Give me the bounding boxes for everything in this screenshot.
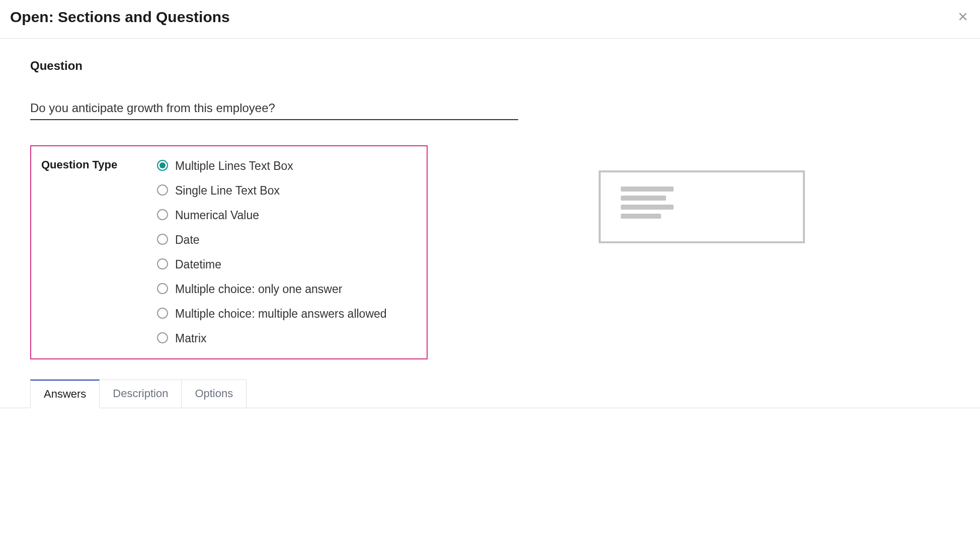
question-type-preview [599, 170, 805, 243]
radio-multiple-choice-multiple[interactable]: Multiple choice: multiple answers allowe… [157, 306, 387, 322]
question-type-label: Question Type [41, 158, 142, 346]
radio-icon [157, 160, 168, 171]
radio-label: Matrix [175, 331, 207, 346]
radio-icon [157, 258, 168, 269]
close-icon[interactable] [956, 8, 970, 26]
tab-options[interactable]: Options [182, 380, 247, 408]
radio-numerical-value[interactable]: Numerical Value [157, 208, 387, 223]
radio-single-line-text-box[interactable]: Single Line Text Box [157, 183, 387, 199]
question-label: Question [30, 59, 950, 73]
modal-content: Question Question Type Multiple Lines Te… [0, 39, 980, 428]
question-type-radio-group: Multiple Lines Text Box Single Line Text… [157, 158, 387, 346]
radio-label: Numerical Value [175, 208, 259, 223]
text-lines-icon [621, 186, 783, 219]
radio-icon [157, 283, 168, 294]
radio-label: Single Line Text Box [175, 183, 280, 199]
radio-icon [157, 234, 168, 245]
radio-multiple-choice-one[interactable]: Multiple choice: only one answer [157, 282, 387, 297]
question-type-box: Question Type Multiple Lines Text Box Si… [30, 145, 428, 359]
radio-multiple-lines-text-box[interactable]: Multiple Lines Text Box [157, 158, 387, 174]
tab-answers[interactable]: Answers [30, 380, 100, 408]
radio-icon [157, 308, 168, 319]
modal-title: Open: Sections and Questions [10, 9, 230, 26]
radio-label: Datetime [175, 257, 221, 272]
radio-date[interactable]: Date [157, 232, 387, 248]
radio-icon [157, 184, 168, 196]
question-input[interactable] [30, 97, 518, 120]
radio-label: Multiple Lines Text Box [175, 158, 293, 174]
modal-header: Open: Sections and Questions [0, 0, 980, 39]
radio-label: Multiple choice: multiple answers allowe… [175, 306, 387, 322]
radio-label: Date [175, 232, 200, 248]
radio-label: Multiple choice: only one answer [175, 282, 342, 297]
radio-matrix[interactable]: Matrix [157, 331, 387, 346]
tab-description[interactable]: Description [100, 380, 182, 408]
radio-datetime[interactable]: Datetime [157, 257, 387, 272]
tabs: Answers Description Options [0, 380, 980, 408]
radio-icon [157, 209, 168, 220]
radio-icon [157, 332, 168, 343]
